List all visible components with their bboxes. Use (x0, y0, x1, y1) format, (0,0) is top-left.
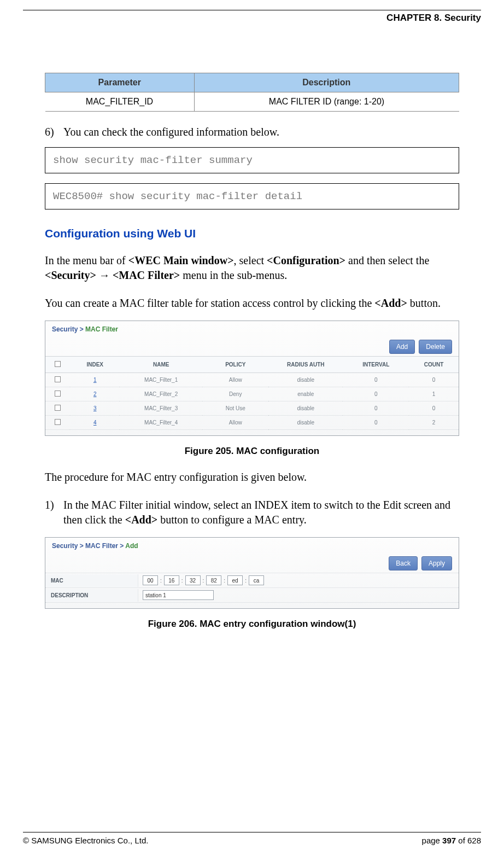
interval-cell: 0 (343, 387, 409, 401)
row-checkbox[interactable] (55, 405, 61, 411)
mac-filter-table: INDEX NAME POLICY RADIUS AUTH INTERVAL C… (45, 356, 459, 430)
delete-button[interactable]: Delete (419, 340, 452, 354)
mac-octet-input[interactable] (249, 575, 264, 585)
text-fragment: of 628 (456, 836, 481, 845)
copyright-text: © SAMSUNG Electronics Co., Ltd. (23, 836, 148, 845)
col-name: NAME (120, 357, 202, 373)
table-row: 4MAC_Filter_4Allowdisable02 (45, 416, 459, 430)
mac-label: MAC (45, 574, 138, 587)
mac-octet-input[interactable] (143, 575, 158, 585)
interval-cell: 0 (343, 401, 409, 416)
step-6: 6) You can check the configured informat… (45, 125, 459, 139)
row-checkbox[interactable] (55, 419, 61, 425)
checkbox-icon[interactable] (55, 361, 61, 367)
description-value (138, 588, 218, 602)
policy-cell: Deny (202, 387, 268, 401)
radius-cell: disable (268, 401, 343, 416)
breadcrumb: Security > MAC Filter (45, 321, 459, 337)
figure-205-screenshot: Security > MAC Filter Add Delete INDEX N… (45, 321, 459, 436)
name-cell: MAC_Filter_2 (120, 387, 202, 401)
param-cell: MAC_FILTER_ID (45, 92, 195, 112)
mac-octet-input[interactable] (164, 575, 179, 585)
breadcrumb-path: Security > (52, 325, 85, 333)
page-header: CHAPTER 8. Security (23, 10, 481, 24)
table-row: 3MAC_Filter_3Not Usedisable00 (45, 401, 459, 416)
button-row: Add Delete (45, 337, 459, 356)
text-fragment: , select (234, 254, 267, 266)
row-checkbox[interactable] (55, 391, 61, 397)
page-number: page 397 of 628 (422, 836, 481, 845)
col-count: COUNT (409, 357, 459, 373)
arrow-icon: → (96, 269, 113, 281)
text-fragment: and then select the (345, 254, 429, 266)
count-cell: 1 (409, 387, 459, 401)
mac-separator: : (245, 578, 247, 584)
index-link[interactable]: 3 (93, 405, 97, 411)
button-row: Back Apply (45, 554, 459, 573)
text-fragment: You can create a MAC filter table for st… (45, 297, 374, 309)
figure-206-screenshot: Security > MAC Filter > Add Back Apply M… (45, 537, 459, 609)
bold-text: <Add> (125, 514, 157, 526)
bold-text: <Security> (45, 269, 96, 281)
breadcrumb-current: MAC Filter (85, 325, 118, 333)
section-heading: Configuration using Web UI (45, 227, 459, 240)
radius-cell: enable (268, 387, 343, 401)
param-table-head-param: Parameter (45, 73, 195, 92)
description-label: DESCRIPTION (45, 589, 138, 602)
bold-text: <Add> (374, 297, 407, 309)
mac-separator: : (160, 578, 162, 584)
radius-cell: disable (268, 373, 343, 387)
table-row: MAC_FILTER_ID MAC FILTER ID (range: 1-20… (45, 92, 459, 112)
index-link[interactable]: 2 (93, 391, 97, 397)
count-cell: 2 (409, 416, 459, 430)
index-link[interactable]: 4 (93, 420, 97, 426)
code-block-1: show security mac-filter summary (45, 147, 459, 173)
name-cell: MAC_Filter_1 (120, 373, 202, 387)
text-fragment: button to configure a MAC entry. (157, 514, 307, 526)
figure-205-caption: Figure 205. MAC configuration (45, 446, 459, 457)
page-footer: © SAMSUNG Electronics Co., Ltd. page 397… (23, 832, 481, 845)
mac-separator: : (224, 578, 225, 584)
breadcrumb-path: Security > MAC Filter > (52, 542, 125, 550)
mac-separator: : (181, 578, 183, 584)
code-block-2: WEC8500# show security mac-filter detail (45, 183, 459, 209)
count-cell: 0 (409, 401, 459, 416)
policy-cell: Allow (202, 373, 268, 387)
description-input[interactable] (143, 590, 214, 600)
param-table-head-desc: Description (194, 73, 459, 92)
policy-cell: Allow (202, 416, 268, 430)
interval-cell: 0 (343, 373, 409, 387)
index-link[interactable]: 1 (93, 377, 97, 383)
row-checkbox[interactable] (55, 376, 61, 382)
figure-206-caption: Figure 206. MAC entry configuration wind… (45, 619, 459, 630)
mac-octet-input[interactable] (185, 575, 201, 585)
name-cell: MAC_Filter_4 (120, 416, 202, 430)
step-number: 1) (45, 498, 63, 527)
back-button[interactable]: Back (389, 556, 418, 570)
count-cell: 0 (409, 373, 459, 387)
add-button[interactable]: Add (389, 340, 415, 354)
breadcrumb: Security > MAC Filter > Add (45, 538, 459, 554)
mac-separator: : (203, 578, 204, 584)
breadcrumb-current: Add (125, 542, 138, 550)
step-number: 6) (45, 125, 63, 139)
table-row: 1MAC_Filter_1Allowdisable00 (45, 373, 459, 387)
page-number-current: 397 (442, 836, 456, 845)
form-row-mac: MAC ::::: (45, 573, 459, 587)
text-fragment: menu in the sub-menus. (180, 269, 287, 281)
chapter-label: CHAPTER 8. Security (386, 13, 481, 23)
step-1: 1) In the MAC Filter initial window, sel… (45, 498, 459, 527)
step-text: In the MAC Filter initial window, select… (63, 498, 459, 527)
mid-paragraph: The procedure for MAC entry configuratio… (45, 470, 459, 485)
mac-input-group: ::::: (138, 573, 268, 587)
mac-octet-input[interactable] (227, 575, 243, 585)
section-paragraph-2: You can create a MAC filter table for st… (45, 296, 459, 311)
apply-button[interactable]: Apply (421, 556, 452, 570)
policy-cell: Not Use (202, 401, 268, 416)
col-checkbox (45, 357, 70, 373)
section-paragraph-1: In the menu bar of <WEC Main window>, se… (45, 253, 459, 283)
desc-cell: MAC FILTER ID (range: 1-20) (194, 92, 459, 112)
radius-cell: disable (268, 416, 343, 430)
mac-octet-input[interactable] (206, 575, 221, 585)
col-policy: POLICY (202, 357, 268, 373)
